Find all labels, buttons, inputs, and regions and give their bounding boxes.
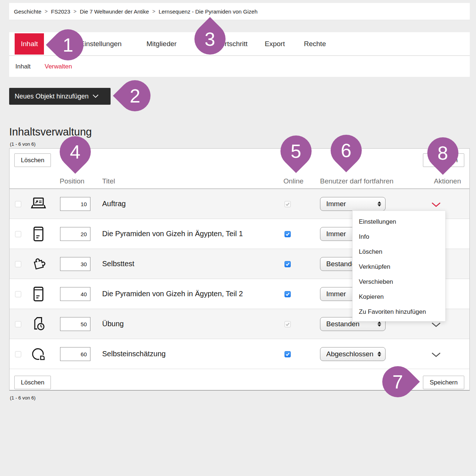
breadcrumb-separator: > <box>74 8 77 14</box>
tab-rechte[interactable]: Rechte <box>304 32 326 56</box>
tab-inhalt[interactable]: Inhalt <box>15 33 44 55</box>
subtab-inhalt[interactable]: Inhalt <box>15 56 31 77</box>
row-select-checkbox[interactable] <box>15 321 21 327</box>
position-input[interactable] <box>60 287 90 301</box>
page-title: Inhaltsverwaltung <box>9 126 92 138</box>
actions-dropdown-menu: Einstellungen Info Löschen Verknüpfen Ve… <box>352 211 446 321</box>
online-checkbox[interactable] <box>285 321 291 327</box>
tab-einstellungen[interactable]: Einstellungen <box>80 32 122 56</box>
laptop-presentation-icon <box>30 196 47 212</box>
actions-chevron-icon[interactable] <box>431 352 442 357</box>
chevron-down-icon <box>93 94 98 98</box>
tab-mitglieder[interactable]: Mitglieder <box>146 32 176 56</box>
callout-number: 7 <box>393 372 403 391</box>
column-header-position: Position <box>60 177 85 185</box>
add-object-button[interactable]: Neues Objekt hinzufügen <box>9 88 111 105</box>
add-object-label: Neues Objekt hinzufügen <box>15 93 89 100</box>
breadcrumb-item[interactable]: FS2023 <box>51 8 70 15</box>
row-select-checkbox[interactable] <box>15 261 21 267</box>
callout-number: 1 <box>63 35 73 54</box>
row-select-checkbox[interactable] <box>15 201 21 207</box>
position-input[interactable] <box>60 347 90 361</box>
fortfahren-select-value: Abgeschlossen <box>326 350 373 358</box>
row-title[interactable]: Selbsteinschätzung <box>102 350 166 358</box>
actions-chevron-icon[interactable] <box>431 202 442 207</box>
online-checkbox[interactable] <box>285 231 291 237</box>
fortfahren-select[interactable]: Immer <box>320 197 386 211</box>
menu-item-loeschen[interactable]: Löschen <box>353 244 445 259</box>
callout-number: 4 <box>70 142 81 161</box>
online-checkbox[interactable] <box>285 261 291 267</box>
breadcrumb: Geschichte > FS2023 > Die 7 Weltwunder d… <box>9 3 470 20</box>
fortfahren-select-value: Immer <box>326 230 346 238</box>
select-arrows-icon <box>378 352 381 357</box>
table-header-row: Position Titel Online Benutzer darf fort… <box>10 174 469 189</box>
position-input[interactable] <box>60 227 90 241</box>
column-header-fortfahren: Benutzer darf fortfahren <box>320 177 394 185</box>
column-header-titel: Titel <box>102 177 115 185</box>
callout-number: 5 <box>291 141 301 160</box>
result-count-bottom: (1 - 6 von 6) <box>10 395 36 401</box>
learning-module-icon <box>30 286 47 302</box>
position-input[interactable] <box>60 197 90 211</box>
fortfahren-select[interactable]: Abgeschlossen <box>320 347 386 361</box>
menu-item-einstellungen[interactable]: Einstellungen <box>353 214 445 229</box>
row-select-checkbox[interactable] <box>15 351 21 357</box>
subtab-bar: Inhalt Verwalten <box>9 56 470 77</box>
callout-number: 6 <box>341 141 352 160</box>
online-checkbox[interactable] <box>285 201 291 207</box>
row-select-checkbox[interactable] <box>15 231 21 237</box>
learning-module-icon <box>30 226 47 242</box>
tab-export[interactable]: Export <box>265 32 285 56</box>
breadcrumb-item[interactable]: Lernsequenz - Die Pyramiden von Gizeh <box>159 8 257 15</box>
row-title[interactable]: Auftrag <box>102 200 126 208</box>
save-button-bottom[interactable]: Speichern <box>423 376 464 389</box>
menu-item-verknuepfen[interactable]: Verknüpfen <box>353 259 445 274</box>
puzzle-icon <box>30 256 47 272</box>
row-select-checkbox[interactable] <box>15 291 21 297</box>
table-row: Selbsteinschätzung Abgeschlossen <box>10 339 469 369</box>
menu-item-info[interactable]: Info <box>353 229 445 244</box>
menu-item-zu-favoriten[interactable]: Zu Favoriten hinzufügen <box>353 304 445 319</box>
select-arrows-icon <box>378 321 381 327</box>
file-clock-icon <box>30 316 47 332</box>
pie-chart-icon <box>30 346 47 362</box>
online-checkbox[interactable] <box>285 351 291 357</box>
select-arrows-icon <box>378 201 381 207</box>
row-title[interactable]: Die Pyramiden von Gizeh in Ägypten, Teil… <box>102 230 243 238</box>
menu-item-kopieren[interactable]: Kopieren <box>353 289 445 304</box>
column-header-online: Online <box>283 177 304 185</box>
row-title[interactable]: Die Pyramiden von Gizeh in Ägypten, Teil… <box>102 290 243 298</box>
position-input[interactable] <box>60 257 90 271</box>
delete-button-bottom[interactable]: Löschen <box>14 376 51 389</box>
online-checkbox[interactable] <box>285 291 291 297</box>
fortfahren-select-value: Immer <box>326 290 346 298</box>
row-title[interactable]: Selbsttest <box>102 260 134 268</box>
breadcrumb-separator: > <box>152 8 155 14</box>
actions-chevron-icon[interactable] <box>431 322 442 327</box>
column-header-aktionen: Aktionen <box>434 177 461 185</box>
position-input[interactable] <box>60 317 90 331</box>
menu-item-verschieben[interactable]: Verschieben <box>353 274 445 289</box>
delete-button-top[interactable]: Löschen <box>14 153 51 167</box>
breadcrumb-item[interactable]: Die 7 Weltwunder der Antike <box>80 8 149 15</box>
callout-pin-2: 2 <box>113 74 157 118</box>
callout-number: 8 <box>438 143 448 162</box>
breadcrumb-item[interactable]: Geschichte <box>14 8 41 15</box>
result-count-top: (1 - 6 von 6) <box>10 141 36 147</box>
breadcrumb-separator: > <box>45 8 48 14</box>
callout-number: 2 <box>130 86 140 105</box>
fortfahren-select-value: Immer <box>326 200 346 208</box>
row-title[interactable]: Übung <box>102 320 124 328</box>
callout-number: 3 <box>205 29 215 48</box>
